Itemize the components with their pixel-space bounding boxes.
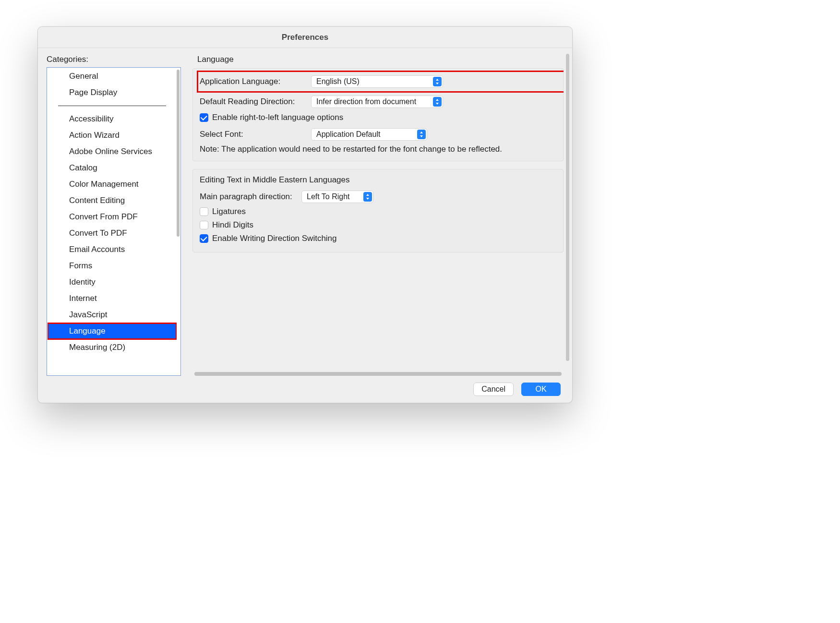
paragraph-direction-select[interactable]: Left To Right <box>301 191 373 203</box>
window-vertical-scrollbar[interactable] <box>566 54 569 361</box>
middle-eastern-title: Editing Text in Middle Eastern Languages <box>200 174 556 185</box>
sidebar-item-catalog[interactable]: Catalog <box>48 160 177 176</box>
rtl-checkbox[interactable]: Enable right-to-left language options <box>200 113 343 122</box>
select-font-select[interactable]: Application Default <box>311 128 427 141</box>
language-group: Application Language: English (US) Defau… <box>192 68 564 161</box>
sidebar-item-convert-from-pdf[interactable]: Convert From PDF <box>48 209 177 225</box>
sidebar-item-email-accounts[interactable]: Email Accounts <box>48 241 177 258</box>
writing-direction-checkbox[interactable]: Enable Writing Direction Switching <box>200 234 337 243</box>
categories-label: Categories: <box>47 55 181 64</box>
panel-horizontal-scrollbar[interactable] <box>194 372 562 376</box>
sidebar-item-action-wizard[interactable]: Action Wizard <box>48 127 177 144</box>
sidebar-item-adobe-online[interactable]: Adobe Online Services <box>48 144 177 160</box>
sidebar-item-forms[interactable]: Forms <box>48 258 177 274</box>
hindi-digits-checkbox[interactable]: Hindi Digits <box>200 220 253 230</box>
categories-list: General Page Display Accessibility Actio… <box>47 67 181 376</box>
dropdown-arrows-icon <box>433 97 442 107</box>
paragraph-direction-value: Left To Right <box>307 192 350 201</box>
window-scroll-thumb[interactable] <box>566 54 569 361</box>
application-language-value: English (US) <box>316 77 360 86</box>
sidebar-item-identity[interactable]: Identity <box>48 274 177 290</box>
reading-direction-select[interactable]: Infer direction from document <box>311 96 443 108</box>
preferences-window: Preferences Categories: General Page Dis… <box>37 26 573 403</box>
paragraph-direction-label: Main paragraph direction: <box>200 192 296 202</box>
reading-direction-value: Infer direction from document <box>316 97 416 106</box>
sidebar-item-color-management[interactable]: Color Management <box>48 176 177 192</box>
dropdown-arrows-icon <box>433 77 442 86</box>
checkbox-icon <box>200 221 208 229</box>
writing-direction-label: Enable Writing Direction Switching <box>212 234 337 243</box>
checkbox-icon <box>200 113 208 122</box>
cancel-button[interactable]: Cancel <box>473 383 514 396</box>
ok-button[interactable]: OK <box>521 383 561 396</box>
sidebar-item-page-display[interactable]: Page Display <box>48 84 177 101</box>
panel-title: Language <box>197 55 564 64</box>
sidebar-item-javascript[interactable]: JavaScript <box>48 307 177 323</box>
application-language-select[interactable]: English (US) <box>311 75 443 88</box>
dropdown-arrows-icon <box>417 130 426 139</box>
ligatures-checkbox[interactable]: Ligatures <box>200 207 246 216</box>
sidebar-item-convert-to-pdf[interactable]: Convert To PDF <box>48 225 177 241</box>
sidebar-item-content-editing[interactable]: Content Editing <box>48 192 177 209</box>
sidebar-item-general[interactable]: General <box>48 68 177 84</box>
categories-scrollbar[interactable] <box>177 70 180 373</box>
application-language-label: Application Language: <box>200 77 305 86</box>
sidebar-separator <box>58 106 166 106</box>
hindi-digits-label: Hindi Digits <box>212 220 253 230</box>
sidebar-item-accessibility[interactable]: Accessibility <box>48 111 177 127</box>
dropdown-arrows-icon <box>363 192 372 202</box>
reading-direction-label: Default Reading Direction: <box>200 97 305 107</box>
select-font-label: Select Font: <box>200 130 305 139</box>
categories-scroll-thumb[interactable] <box>177 70 180 237</box>
checkbox-icon <box>200 207 208 216</box>
restart-note: Note: The application would need to be r… <box>200 144 556 154</box>
sidebar-item-language[interactable]: Language <box>48 323 177 339</box>
middle-eastern-group: Editing Text in Middle Eastern Languages… <box>192 169 564 252</box>
window-title: Preferences <box>38 27 572 48</box>
sidebar-item-measuring-2d[interactable]: Measuring (2D) <box>48 339 177 356</box>
select-font-value: Application Default <box>316 130 380 139</box>
application-language-row: Application Language: English (US) <box>200 73 556 90</box>
checkbox-icon <box>200 234 208 243</box>
sidebar-item-internet[interactable]: Internet <box>48 290 177 307</box>
ligatures-label: Ligatures <box>212 207 246 216</box>
rtl-label: Enable right-to-left language options <box>212 113 343 122</box>
